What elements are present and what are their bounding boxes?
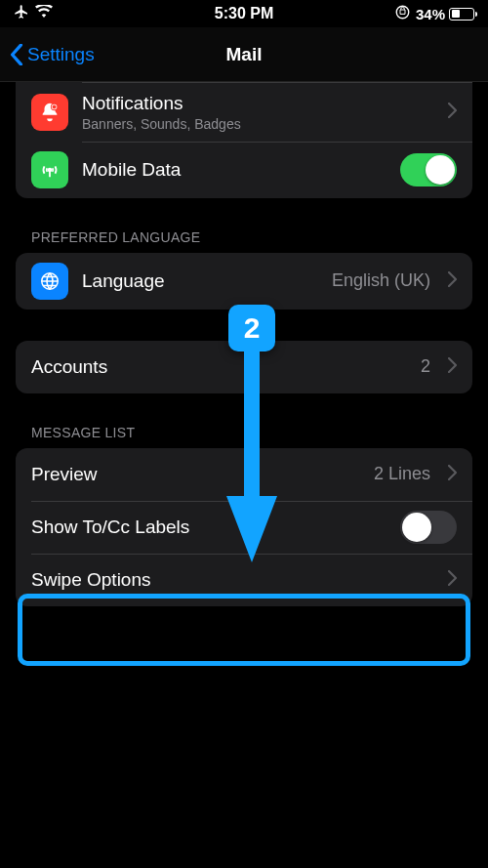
notifications-sub: Banners, Sounds, Badges [82,116,434,132]
mobile-data-toggle[interactable] [400,153,457,186]
chevron-right-icon [448,570,457,590]
preferred-language-header: PREFERRED LANGUAGE [16,229,472,253]
svg-point-3 [53,104,57,108]
navigation-bar: Settings Mail [0,27,488,82]
mobile-data-title: Mobile Data [82,159,386,181]
language-value: English (UK) [332,270,430,291]
svg-point-4 [49,168,52,171]
annotation-arrow-icon [226,350,277,562]
annotation-badge: 2 [228,305,275,351]
tocc-toggle[interactable] [400,511,457,544]
battery-icon [449,8,474,21]
tocc-title: Show To/Cc Labels [31,517,386,538]
accounts-title: Accounts [31,356,407,378]
swipe-title: Swipe Options [31,569,434,591]
row-notifications[interactable]: Notifications Banners, Sounds, Badges [16,83,472,142]
row-mobile-data[interactable]: Mobile Data [16,142,472,198]
status-bar: 5:30 PM 34% [0,0,488,27]
chevron-right-icon [448,271,457,291]
bell-icon [31,94,68,131]
preview-value: 2 Lines [374,464,430,484]
preview-title: Preview [31,464,360,485]
notifications-title: Notifications [82,93,434,114]
language-title: Language [82,270,318,292]
chevron-right-icon [448,357,457,377]
row-language[interactable]: Language English (UK) [16,253,472,310]
chevron-right-icon [448,103,457,122]
page-title: Mail [0,44,488,65]
globe-icon [31,263,68,300]
antenna-icon [31,151,68,188]
status-time: 5:30 PM [0,5,488,22]
accounts-value: 2 [421,356,430,377]
chevron-right-icon [448,465,457,484]
